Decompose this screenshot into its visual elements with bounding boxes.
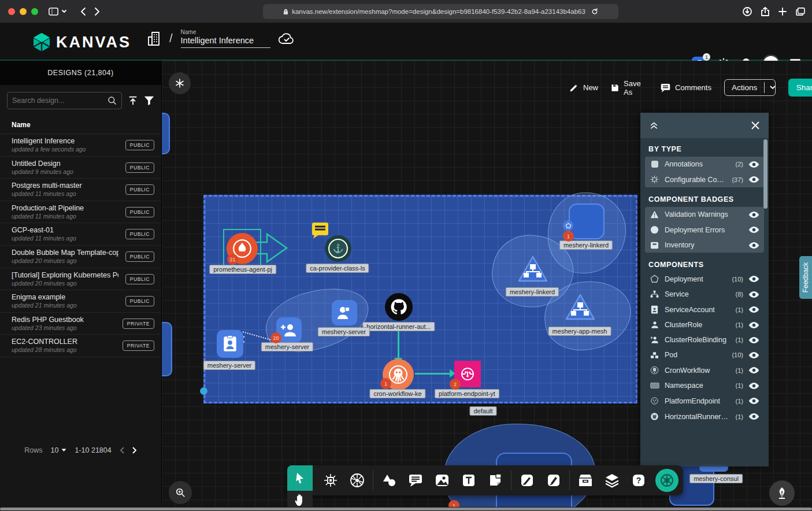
component-row-horizontalrunner[interactable]: HorizontalRunnerAutos (1) — [645, 409, 764, 424]
sketch-tool[interactable] — [540, 465, 567, 495]
feedback-tab[interactable]: Feedback — [799, 256, 812, 299]
visibility-eye-icon[interactable] — [748, 242, 759, 249]
zoom-window-button[interactable] — [31, 8, 38, 15]
visibility-eye-icon[interactable] — [748, 275, 759, 283]
configurable-component-tool[interactable] — [317, 465, 344, 495]
new-tab-icon[interactable] — [778, 8, 787, 16]
visibility-eye-icon[interactable] — [748, 161, 759, 168]
type-row-configurable[interactable]: Configurable Compon (37) — [645, 172, 764, 187]
visibility-eye-icon[interactable] — [748, 306, 759, 313]
select-tool[interactable] — [287, 465, 313, 491]
design-list-item[interactable]: Enigma example updated 21 minutes ago PU… — [0, 290, 161, 313]
visibility-eye-icon[interactable] — [748, 291, 759, 298]
visibility-eye-icon[interactable] — [748, 321, 759, 329]
text-tool[interactable] — [455, 465, 482, 495]
badge-row-inventory[interactable]: Inventory — [645, 238, 764, 253]
horizontal-scrollbar[interactable] — [0, 507, 812, 511]
collapse-icon[interactable] — [650, 121, 658, 129]
design-list-item[interactable]: [Tutorial] Exploring Kubernetes Pod upda… — [0, 268, 161, 291]
design-list-item[interactable]: Redis PHP Guestbook updated 23 minutes a… — [0, 313, 161, 335]
design-list-item[interactable]: Postgres multi-master updated 11 minutes… — [0, 179, 161, 201]
github-runner-node[interactable] — [385, 293, 413, 321]
prev-page-button[interactable] — [120, 447, 124, 454]
visibility-eye-icon[interactable] — [748, 413, 759, 420]
shapes-tool[interactable] — [376, 465, 402, 495]
design-list-item[interactable]: Intelligent Inference updated a few seco… — [0, 134, 161, 157]
design-list-item[interactable]: Untitled Design updated 9 minutes ago PU… — [0, 157, 161, 179]
chevron-down-icon[interactable] — [62, 10, 66, 13]
visibility-eye-icon[interactable] — [748, 351, 759, 359]
comment-annotation[interactable] — [311, 221, 329, 239]
new-button[interactable]: New — [569, 83, 598, 92]
whiteboard-pen-button[interactable] — [769, 480, 795, 506]
design-list-item[interactable]: EC2-CONTROLLER updated 28 minutes ago PR… — [0, 335, 161, 357]
minimize-window-button[interactable] — [20, 8, 27, 15]
zoom-button[interactable] — [169, 481, 192, 504]
component-row-namespace[interactable]: Namespace (1) — [645, 378, 764, 393]
visibility-eye-icon[interactable] — [748, 226, 759, 234]
component-row-clusterrole[interactable]: ClusterRole (1) — [645, 317, 764, 332]
share-page-icon[interactable] — [761, 7, 769, 16]
organization-icon[interactable] — [147, 31, 161, 46]
drawer-tool[interactable] — [572, 465, 599, 495]
visibility-eye-icon[interactable] — [748, 397, 759, 405]
panel-scrollbar[interactable] — [763, 139, 767, 209]
visibility-eye-icon[interactable] — [748, 211, 759, 219]
component-row-service[interactable]: Service (8) — [645, 287, 764, 302]
component-row-serviceaccount[interactable]: ServiceAccount (1) — [645, 302, 764, 317]
import-icon[interactable] — [128, 95, 138, 106]
actions-dropdown[interactable]: Actions — [724, 79, 776, 96]
kanvas-logo[interactable]: KANVAS — [32, 32, 131, 53]
selection-handle[interactable] — [200, 387, 207, 395]
image-tool[interactable] — [429, 465, 455, 495]
component-row-clusterrolebinding[interactable]: ClusterRoleBinding (1) — [645, 332, 764, 347]
close-icon[interactable] — [751, 121, 759, 129]
forward-button[interactable] — [95, 8, 100, 16]
service-node[interactable] — [565, 293, 596, 321]
design-name-input[interactable] — [181, 36, 270, 48]
search-icon[interactable] — [107, 96, 117, 105]
visibility-eye-icon[interactable] — [748, 336, 759, 344]
design-list-item[interactable]: GCP-east-01 updated 11 minutes ago PUBLI… — [0, 223, 161, 246]
next-page-button[interactable] — [132, 447, 137, 454]
help-tool[interactable]: ? — [625, 465, 652, 495]
reload-icon[interactable] — [591, 8, 598, 15]
badge-row-validation[interactable]: Validation Warnings — [645, 207, 764, 222]
component-row-cronworkflow[interactable]: CronWorkflow (1) — [645, 362, 764, 378]
save-as-button[interactable]: Save As — [611, 79, 648, 97]
visibility-eye-icon[interactable] — [748, 382, 759, 390]
type-row-annotations[interactable]: Annotations (2) — [645, 157, 764, 172]
url-bar[interactable]: kanvas.new/extension/meshmap?mode=design… — [263, 4, 618, 19]
ca-provider-node[interactable]: ⚓ — [325, 235, 351, 262]
clusterrole-node[interactable] — [332, 300, 357, 325]
meshery-button[interactable] — [655, 469, 678, 492]
snowflake-button[interactable] — [169, 72, 191, 94]
badge-row-errors[interactable]: Deployment Errors — [645, 222, 764, 238]
sidebar-toggle-icon[interactable] — [49, 8, 58, 16]
search-design-field[interactable] — [7, 92, 122, 109]
visibility-eye-icon[interactable] — [748, 176, 759, 183]
rows-per-page-select[interactable]: 10 — [51, 446, 67, 454]
service-node[interactable] — [517, 255, 548, 283]
filter-icon[interactable] — [144, 95, 154, 106]
draw-tool[interactable] — [514, 465, 540, 495]
comment-tool[interactable] — [402, 465, 429, 495]
close-window-button[interactable] — [8, 8, 15, 15]
downloads-icon[interactable] — [743, 7, 752, 16]
layers-tool[interactable] — [599, 465, 625, 495]
component-row-pod[interactable]: Pod (10) — [645, 347, 764, 362]
tab-overview-icon[interactable] — [796, 8, 805, 16]
component-row-platformendpoint[interactable]: PlatformEndpoint (1) — [645, 393, 764, 409]
serviceaccount-node[interactable] — [217, 330, 243, 358]
chevron-down-icon[interactable] — [764, 82, 776, 93]
deployment-node[interactable] — [569, 203, 605, 239]
design-list-item[interactable]: Double Bubble Map Template-copy updated … — [0, 246, 161, 268]
visibility-eye-icon[interactable] — [748, 366, 759, 374]
share-button[interactable]: Share — [788, 79, 812, 97]
note-tool[interactable] — [482, 465, 509, 495]
component-row-deployment[interactable]: Deployment (10) — [645, 271, 764, 287]
search-input[interactable] — [12, 97, 107, 105]
back-button[interactable] — [80, 8, 86, 16]
kubernetes-tool[interactable] — [344, 465, 370, 495]
design-list-item[interactable]: Production-alt Pipeline updated 11 minut… — [0, 201, 161, 224]
